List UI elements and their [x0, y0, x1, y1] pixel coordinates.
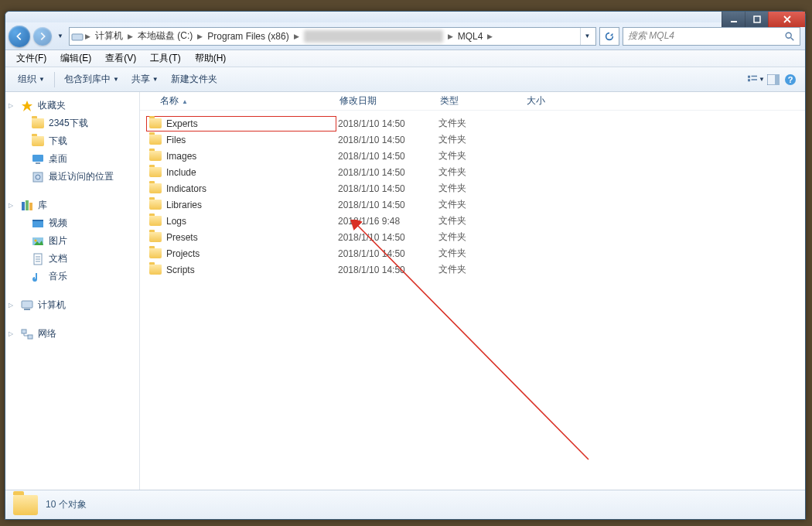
folder-icon [149, 135, 162, 145]
file-name: Include [166, 167, 196, 178]
toolbar: 组织▼ 包含到库中▼ 共享▼ 新建文件夹 ▼ ? [5, 67, 805, 92]
file-row-files[interactable]: Files2018/1/10 14:50文件夹 [140, 132, 805, 148]
share-button[interactable]: 共享▼ [125, 70, 165, 89]
svg-rect-6 [748, 79, 750, 81]
folder-icon [149, 151, 162, 161]
file-name: Logs [166, 216, 186, 227]
menu-edit[interactable]: 编辑(E) [54, 50, 97, 67]
file-name: Libraries [166, 200, 202, 210]
status-text: 10 个对象 [46, 498, 87, 511]
computer-icon [21, 299, 33, 312]
file-date: 2018/1/10 14:50 [336, 200, 437, 210]
menu-help[interactable]: 帮助(H) [189, 50, 233, 67]
file-name: Presets [166, 232, 198, 243]
network-group: ▷ 网络 [5, 325, 139, 343]
file-type: 文件夹 [437, 133, 524, 146]
file-type: 文件夹 [437, 247, 524, 260]
folder-icon [149, 167, 162, 177]
computer-header[interactable]: ▷ 计算机 [5, 296, 139, 314]
preview-pane-toggle[interactable] [765, 71, 782, 88]
file-row-libraries[interactable]: Libraries2018/1/10 14:50文件夹 [140, 196, 805, 213]
folder-icon [13, 495, 38, 515]
maximize-button[interactable] [745, 12, 768, 27]
forward-button[interactable] [33, 27, 52, 46]
file-row-scripts[interactable]: Scripts2018/1/10 14:50文件夹 [140, 261, 805, 278]
main-body: ▷ 收藏夹 2345下载 下载 桌面 最近访问的位置 ▷ 库 视频 图片 文档 … [5, 92, 805, 490]
sidebar-item-downloads[interactable]: 下载 [5, 132, 139, 150]
file-row-logs[interactable]: Logs2018/1/16 9:48文件夹 [140, 213, 805, 229]
folder-icon [149, 216, 162, 226]
minimize-button[interactable] [722, 12, 745, 27]
close-button[interactable] [768, 12, 805, 27]
libraries-header[interactable]: ▷ 库 [5, 196, 139, 214]
recent-icon [32, 171, 44, 183]
breadcrumb-mql4[interactable]: MQL4 [455, 31, 486, 42]
file-type: 文件夹 [437, 263, 524, 276]
sidebar-item-documents[interactable]: 文档 [5, 250, 139, 268]
include-in-library-button[interactable]: 包含到库中▼ [58, 70, 125, 89]
svg-rect-7 [752, 79, 758, 80]
svg-text:?: ? [788, 75, 793, 84]
folder-icon [149, 265, 162, 275]
file-rows: Experts2018/1/10 14:50文件夹Files2018/1/10 … [140, 111, 805, 278]
file-date: 2018/1/10 14:50 [336, 167, 437, 178]
file-type: 文件夹 [437, 117, 524, 130]
back-button[interactable] [9, 26, 30, 47]
desktop-icon [32, 153, 44, 166]
help-button[interactable]: ? [782, 71, 799, 88]
folder-icon [149, 183, 162, 193]
sidebar-item-music[interactable]: 音乐 [5, 268, 139, 285]
breadcrumb-sep: ▶ [84, 32, 92, 40]
address-bar[interactable]: ▶ 计算机 ▶ 本地磁盘 (C:) ▶ Program Files (x86) … [69, 27, 596, 46]
file-name: Scripts [166, 265, 195, 275]
network-header[interactable]: ▷ 网络 [5, 325, 139, 343]
menu-file[interactable]: 文件(F) [10, 50, 53, 67]
sidebar-item-videos[interactable]: 视频 [5, 214, 139, 232]
file-row-images[interactable]: Images2018/1/10 14:50文件夹 [140, 148, 805, 164]
refresh-button[interactable] [599, 27, 619, 46]
folder-icon [149, 248, 162, 258]
breadcrumb-drive[interactable]: 本地磁盘 (C:) [135, 29, 196, 43]
svg-rect-25 [22, 301, 32, 308]
col-type[interactable]: 类型 [440, 94, 527, 108]
file-row-projects[interactable]: Projects2018/1/10 14:50文件夹 [140, 245, 805, 261]
new-folder-button[interactable]: 新建文件夹 [165, 70, 223, 89]
address-dropdown[interactable]: ▼ [580, 28, 594, 45]
favorites-header[interactable]: ▷ 收藏夹 [5, 97, 139, 114]
menu-view[interactable]: 查看(V) [99, 50, 142, 67]
sidebar-item-desktop[interactable]: 桌面 [5, 150, 139, 168]
search-input[interactable]: 搜索 MQL4 [623, 27, 800, 46]
file-row-include[interactable]: Include2018/1/10 14:50文件夹 [140, 164, 805, 180]
svg-rect-2 [72, 34, 83, 40]
svg-rect-5 [752, 75, 758, 77]
history-dropdown[interactable]: ▼ [55, 29, 66, 44]
file-list: 名称▲ 修改日期 类型 大小 Experts2018/1/10 14:50文件夹… [140, 92, 805, 490]
file-type: 文件夹 [437, 214, 524, 227]
svg-point-3 [786, 32, 791, 38]
file-row-experts[interactable]: Experts2018/1/10 14:50文件夹 [140, 115, 805, 132]
music-icon [32, 271, 44, 283]
file-row-indicators[interactable]: Indicators2018/1/10 14:50文件夹 [140, 180, 805, 196]
file-name: Experts [166, 118, 198, 129]
col-size[interactable]: 大小 [527, 94, 604, 108]
file-date: 2018/1/10 14:50 [336, 151, 437, 162]
file-name: Projects [166, 248, 200, 259]
col-date[interactable]: 修改日期 [339, 94, 440, 108]
breadcrumb-program-files[interactable]: Program Files (x86) [204, 31, 292, 42]
organize-button[interactable]: 组织▼ [12, 70, 51, 89]
menu-tools[interactable]: 工具(T) [144, 50, 186, 67]
view-toggle[interactable]: ▼ [748, 71, 765, 88]
col-name[interactable]: 名称▲ [160, 94, 339, 108]
svg-rect-1 [754, 16, 760, 22]
breadcrumb-computer[interactable]: 计算机 [92, 29, 126, 43]
svg-rect-9 [775, 74, 780, 85]
file-row-presets[interactable]: Presets2018/1/10 14:50文件夹 [140, 229, 805, 245]
sidebar-item-recent[interactable]: 最近访问的位置 [5, 168, 139, 186]
sidebar-item-2345[interactable]: 2345下载 [5, 114, 139, 132]
search-icon [784, 31, 795, 42]
sidebar-item-pictures[interactable]: 图片 [5, 232, 139, 250]
svg-point-24 [33, 278, 36, 282]
file-type: 文件夹 [437, 231, 524, 244]
file-date: 2018/1/10 14:50 [336, 265, 437, 275]
file-name: Indicators [166, 183, 206, 194]
